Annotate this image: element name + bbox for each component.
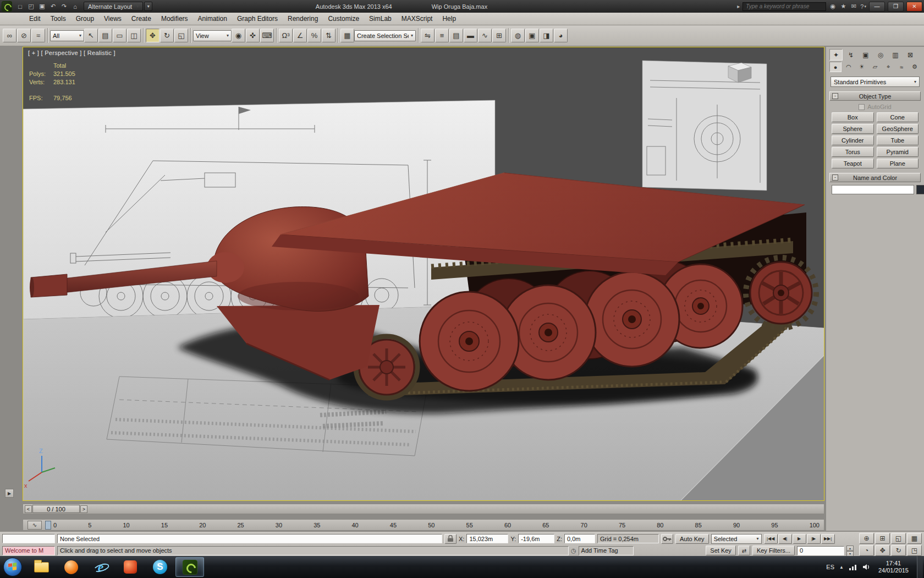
use-pivot-point-icon[interactable]: ◉ [232,29,245,42]
lights-category-icon[interactable]: ☀ [856,62,868,72]
maximize-viewport-icon[interactable]: ◳ [907,545,922,556]
mini-curve-editor-button[interactable]: ∿ [28,521,42,530]
menu-item[interactable]: Graph Editors [232,13,283,24]
menu-item[interactable]: Views [99,13,127,24]
current-frame-marker[interactable] [45,521,51,530]
new-scene-icon[interactable]: □ [15,2,25,11]
keyboard-override-icon[interactable]: ⌨ [260,29,274,42]
material-editor-icon[interactable]: ◍ [511,29,525,42]
modify-tab-icon[interactable]: ↯ [844,49,857,61]
set-keys-button[interactable] [661,534,673,544]
selection-lock-toggle[interactable] [444,534,457,544]
object-type-rollout-header[interactable]: - Object Type [829,91,921,101]
select-and-move-icon[interactable]: ✥ [146,29,160,42]
set-key-button[interactable]: Set Key [706,546,736,555]
rectangular-selection-region-icon[interactable]: ▭ [113,29,127,42]
project-folder-icon[interactable]: ⌂ [70,2,80,11]
spinner-snap-icon[interactable]: ⇅ [322,29,336,42]
menu-item[interactable]: SimLab [364,13,397,24]
helpers-category-icon[interactable]: ⌖ [882,62,894,72]
sphere-button[interactable]: Sphere [832,124,874,134]
redo-icon[interactable]: ↷ [59,2,69,11]
z-coordinate-field[interactable]: 0,0m [564,534,595,543]
edit-named-selections-icon[interactable]: ▦ [340,29,354,42]
angle-snap-icon[interactable]: ∠ [293,29,307,42]
torus-button[interactable]: Torus [832,147,874,157]
menu-item[interactable]: Rendering [283,13,323,24]
hierarchy-tab-icon[interactable]: ▣ [859,49,872,61]
ribbon-toggle-icon[interactable]: ▬ [464,29,477,42]
unlink-selection-icon[interactable]: ⊘ [17,29,31,42]
pyramid-button[interactable]: Pyramid [877,147,919,157]
next-frame-button[interactable]: |▶ [807,534,821,544]
cone-button[interactable]: Cone [877,112,919,122]
object-name-input[interactable] [832,185,914,194]
window-crossing-toggle-icon[interactable]: ◫ [127,29,141,42]
autogrid-checkbox[interactable] [859,104,865,110]
frame-spinner[interactable]: ▴ ▾ [846,546,854,555]
select-object-icon[interactable]: ↖ [84,29,98,42]
zoom-icon[interactable]: ⊕ [859,533,874,544]
side-panel-expand-button[interactable]: ▶ [5,489,14,498]
teapot-button[interactable]: Teapot [832,159,874,168]
maxscript-listener-field[interactable] [2,534,55,543]
save-file-icon[interactable]: ▣ [37,2,47,11]
next-frame-arrow[interactable]: > [80,505,87,513]
menu-item[interactable]: Animation [193,13,232,24]
add-time-tag-field[interactable]: Add Time Tag [579,546,634,555]
go-to-end-button[interactable]: ▶▶| [821,534,835,544]
previous-frame-arrow[interactable]: < [25,505,32,513]
tube-button[interactable]: Tube [877,135,919,145]
systems-category-icon[interactable]: ⚙ [909,62,921,72]
motion-tab-icon[interactable]: ◎ [874,49,887,61]
auto-key-button[interactable]: Auto Key [675,534,709,544]
taskbar-3ds-max-icon[interactable] [175,557,204,577]
select-and-manipulate-icon[interactable]: ✜ [246,29,260,42]
taskbar-internet-explorer-icon[interactable]: e [86,557,115,577]
menu-item[interactable]: Group [71,13,99,24]
taskbar-media-app-icon[interactable] [57,557,85,577]
workspace-flyout-button[interactable]: ▾ [144,2,152,11]
menu-item[interactable]: Help [437,13,461,24]
select-and-scale-icon[interactable]: ◱ [174,29,188,42]
speaker-icon[interactable] [862,564,870,570]
spinner-up-icon[interactable]: ▴ [846,546,854,551]
space-warps-category-icon[interactable]: ≈ [895,62,908,72]
track-bar[interactable]: ∿ 05101520253035404550556065707580859095… [23,519,824,531]
menu-item[interactable]: Create [127,13,156,24]
restore-button[interactable]: ❐ [888,2,904,12]
zoom-extents-all-icon[interactable]: ▦ [907,533,922,544]
start-button[interactable] [3,558,22,576]
current-frame-field[interactable]: 0 [797,546,844,555]
clock[interactable]: 17:41 24/01/2015 [875,560,912,574]
box-button[interactable]: Box [832,112,874,122]
open-file-icon[interactable]: ◰ [26,2,36,11]
rendered-frame-icon[interactable]: ◨ [540,29,553,42]
select-and-link-icon[interactable]: ∞ [3,29,16,42]
create-tab-icon[interactable]: ✦ [829,49,843,61]
taskbar-app4-icon[interactable] [116,557,145,577]
plane-button[interactable]: Plane [877,159,919,168]
selection-filter-dropdown[interactable]: All ▾ [50,30,84,41]
time-slider-handle[interactable]: 0 / 100 [32,505,80,513]
communication-center-icon[interactable]: ✉ [849,2,859,11]
show-desktop-button[interactable] [917,556,923,578]
display-tab-icon[interactable]: ▥ [889,49,902,61]
favorites-star-icon[interactable]: ★ [838,2,848,11]
geometry-category-icon[interactable]: ● [829,62,842,72]
x-coordinate-field[interactable]: 15,023m [466,534,508,543]
cylinder-button[interactable]: Cylinder [832,135,874,145]
y-coordinate-field[interactable]: -19,6m [518,534,554,543]
zoom-extents-icon[interactable]: ◱ [891,533,906,544]
percent-snap-icon[interactable]: % [307,29,321,42]
menu-item[interactable]: Tools [46,13,71,24]
time-slider[interactable]: < 0 / 100 > [23,504,824,514]
curve-editor-icon[interactable]: ∿ [478,29,492,42]
keyword-search-input[interactable] [743,2,826,11]
search-binoculars-icon[interactable]: ◉ [828,2,838,11]
key-mode-dropdown[interactable]: Selected ▾ [711,534,762,544]
bind-to-space-warp-icon[interactable]: ≈ [31,29,45,42]
3ds-max-logo-icon[interactable] [2,1,12,12]
pan-icon[interactable]: ✥ [875,545,890,556]
render-setup-icon[interactable]: ▣ [525,29,539,42]
